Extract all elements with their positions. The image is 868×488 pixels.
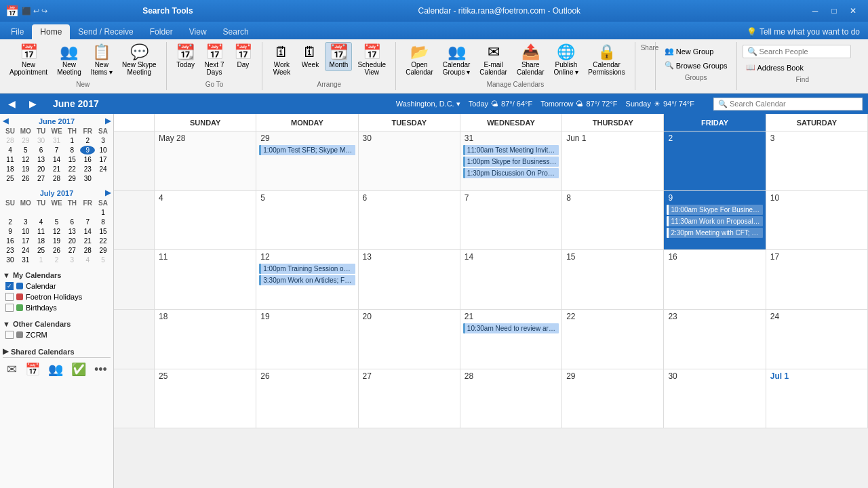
today-button[interactable]: 📆 Today bbox=[172, 42, 199, 71]
mini-day[interactable]: 18 bbox=[34, 237, 49, 245]
mini-day[interactable]: 22 bbox=[64, 165, 79, 174]
publish-online-button[interactable]: 🌐 PublishOnline ▾ bbox=[550, 42, 583, 79]
mini-day[interactable]: 22 bbox=[96, 237, 111, 245]
shared-calendars-header[interactable]: ▶ Shared Calendars bbox=[3, 346, 111, 357]
calendar-cell[interactable]: 2110:30am Need to review articles; Foetr… bbox=[460, 310, 562, 369]
mini-day[interactable]: 9 bbox=[80, 146, 95, 155]
email-calendar-button[interactable]: ✉ E-mailCalendar bbox=[475, 42, 511, 79]
calendar-cell[interactable]: 8 bbox=[562, 191, 664, 251]
calendar-cell[interactable]: 18 bbox=[155, 310, 256, 369]
mini-day[interactable]: 3 bbox=[64, 256, 79, 264]
mini-day[interactable]: 23 bbox=[3, 246, 18, 255]
mini-day[interactable]: 9 bbox=[3, 227, 18, 236]
mini-day[interactable]: 8 bbox=[96, 218, 111, 226]
calendar-cell[interactable]: 3111:00am Test Meeting Invite; Skype Mee… bbox=[460, 131, 562, 191]
mini-day[interactable]: 14 bbox=[80, 227, 95, 236]
mini-day[interactable]: 2 bbox=[50, 256, 64, 264]
mini-day[interactable]: 7 bbox=[50, 146, 64, 155]
calendar-cell[interactable]: 30 bbox=[664, 369, 766, 429]
mail-nav-icon[interactable]: ✉ bbox=[5, 361, 18, 378]
calendar-cell[interactable]: 11 bbox=[155, 250, 256, 310]
mini-day[interactable]: 16 bbox=[3, 237, 18, 245]
mini-day[interactable]: 28 bbox=[3, 136, 18, 145]
other-calendars-header[interactable]: ▼ Other Calendars bbox=[3, 319, 111, 329]
calendar-cell[interactable]: 29 bbox=[562, 369, 664, 429]
mini-day[interactable]: 1 bbox=[34, 256, 49, 264]
calendar-cell[interactable]: 30 bbox=[359, 131, 460, 191]
mini-day[interactable]: 25 bbox=[34, 246, 49, 255]
mini-day[interactable]: 6 bbox=[34, 146, 49, 155]
mini-day[interactable]: 12 bbox=[50, 227, 64, 236]
calendar-cell[interactable]: Jun 1 bbox=[562, 131, 664, 191]
tasks-nav-icon[interactable]: ✅ bbox=[70, 361, 87, 378]
calendar-cell[interactable]: 121:00pm Training Session on OneDrive fo… bbox=[256, 250, 358, 310]
mini-day[interactable]: 28 bbox=[80, 246, 95, 255]
mini-day[interactable]: 2 bbox=[3, 218, 18, 226]
june-prev-arrow[interactable]: ◀ bbox=[3, 117, 8, 125]
calendar-event[interactable]: 1:30pm Discussion On Propos... bbox=[463, 168, 559, 178]
new-appointment-button[interactable]: 📅 NewAppointment bbox=[5, 42, 52, 79]
mini-day[interactable]: 26 bbox=[18, 174, 33, 183]
tell-me-input[interactable]: 💡 Tell me what you want to do bbox=[741, 24, 865, 39]
mini-day[interactable]: 19 bbox=[18, 165, 33, 174]
new-skype-meeting-button[interactable]: 💬 New SkypeMeeting bbox=[118, 42, 161, 79]
mini-day[interactable] bbox=[80, 208, 95, 217]
foetron-checkbox[interactable] bbox=[5, 293, 14, 301]
calendar-cell[interactable]: 26 bbox=[256, 369, 358, 429]
mini-day[interactable]: 2 bbox=[80, 136, 95, 145]
mini-day[interactable]: 10 bbox=[18, 227, 33, 236]
mini-day[interactable] bbox=[64, 208, 79, 217]
calendar-cell[interactable]: 3 bbox=[766, 131, 868, 191]
my-calendars-header[interactable]: ▼ My Calendars bbox=[3, 270, 111, 281]
calendar-cell[interactable]: 10 bbox=[766, 191, 868, 251]
calendar-cell[interactable]: 20 bbox=[359, 310, 460, 369]
birthdays-checkbox[interactable] bbox=[5, 304, 14, 312]
mini-day[interactable]: 21 bbox=[80, 237, 95, 245]
prev-month-arrow[interactable]: ◀ bbox=[5, 98, 18, 109]
calendar-cell[interactable]: 6 bbox=[359, 191, 460, 251]
calendar-cell[interactable]: 910:00am Skype For Business Demo; Skype … bbox=[664, 191, 766, 251]
mini-day[interactable]: 3 bbox=[96, 136, 111, 145]
calendar-cell[interactable]: 16 bbox=[664, 250, 766, 310]
calendar-permissions-button[interactable]: 🔒 CalendarPermissions bbox=[584, 42, 629, 79]
mini-day[interactable]: 20 bbox=[64, 237, 79, 245]
calendar-event[interactable]: 2:30pm Meeting with CFT; Foe... bbox=[667, 228, 762, 238]
mini-day[interactable] bbox=[34, 208, 49, 217]
calendar-search-input[interactable] bbox=[730, 100, 858, 108]
mini-day[interactable]: 5 bbox=[50, 218, 64, 226]
calendar-cell[interactable]: 24 bbox=[766, 310, 868, 369]
mini-day[interactable]: 24 bbox=[96, 165, 111, 174]
open-calendar-button[interactable]: 📂 OpenCalendar bbox=[401, 42, 437, 79]
mini-day[interactable]: 30 bbox=[80, 174, 95, 183]
calendar-event[interactable]: 10:30am Need to review articles; Foetron… bbox=[463, 323, 559, 333]
calendar-item-calendar[interactable]: ✓ Calendar bbox=[3, 281, 111, 291]
calendar-cell[interactable]: 17 bbox=[766, 250, 868, 310]
tab-folder[interactable]: Folder bbox=[142, 24, 181, 39]
mini-day[interactable]: 4 bbox=[34, 218, 49, 226]
tab-home[interactable]: Home bbox=[32, 24, 70, 39]
mini-day[interactable]: 21 bbox=[50, 165, 64, 174]
calendar-cell[interactable]: 27 bbox=[359, 369, 460, 429]
calendar-cell[interactable]: 19 bbox=[256, 310, 358, 369]
mini-day[interactable]: 30 bbox=[3, 256, 18, 264]
mini-day[interactable]: 27 bbox=[64, 246, 79, 255]
mini-day[interactable]: 4 bbox=[80, 256, 95, 264]
mini-day[interactable]: 10 bbox=[96, 146, 111, 155]
mini-day[interactable]: 31 bbox=[50, 136, 64, 145]
mini-day[interactable]: 31 bbox=[18, 256, 33, 264]
new-group-button[interactable]: 👥 New Group bbox=[661, 45, 717, 58]
calendar-event[interactable]: 11:00am Test Meeting Invite; Skype Meeti… bbox=[463, 145, 559, 155]
mini-day[interactable]: 13 bbox=[34, 155, 49, 164]
work-week-button[interactable]: 🗓 WorkWeek bbox=[268, 42, 295, 79]
tab-send-receive[interactable]: Send / Receive bbox=[70, 24, 141, 39]
calendar-cell[interactable]: 23 bbox=[664, 310, 766, 369]
calendar-cell[interactable]: 7 bbox=[460, 191, 562, 251]
mini-day[interactable]: 17 bbox=[96, 155, 111, 164]
share-calendar-button[interactable]: 📤 ShareCalendar bbox=[513, 42, 549, 79]
search-people-input[interactable] bbox=[760, 47, 846, 56]
mini-day[interactable]: 27 bbox=[34, 174, 49, 183]
mini-day[interactable]: 3 bbox=[18, 218, 33, 226]
restore-button[interactable]: □ bbox=[825, 4, 844, 18]
close-button[interactable]: ✕ bbox=[844, 4, 863, 18]
mini-day[interactable]: 28 bbox=[50, 174, 64, 183]
